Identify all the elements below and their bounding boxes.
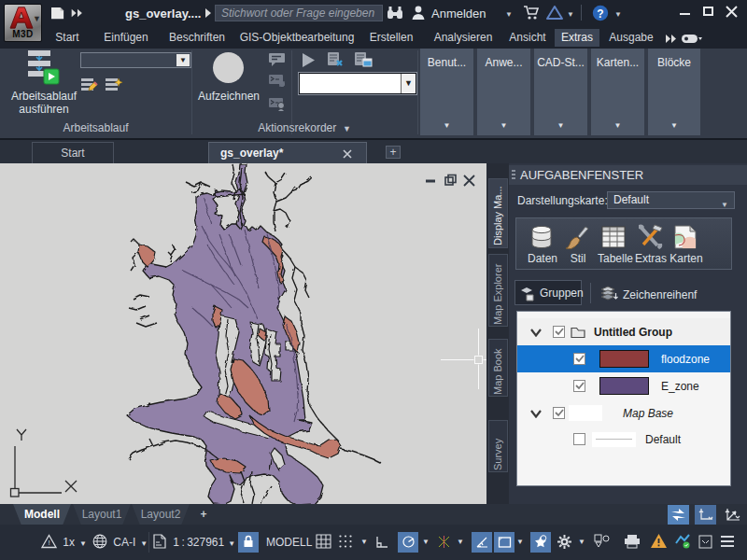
svg-text:?: ? [597,7,603,21]
svg-text:!: ! [48,539,49,547]
